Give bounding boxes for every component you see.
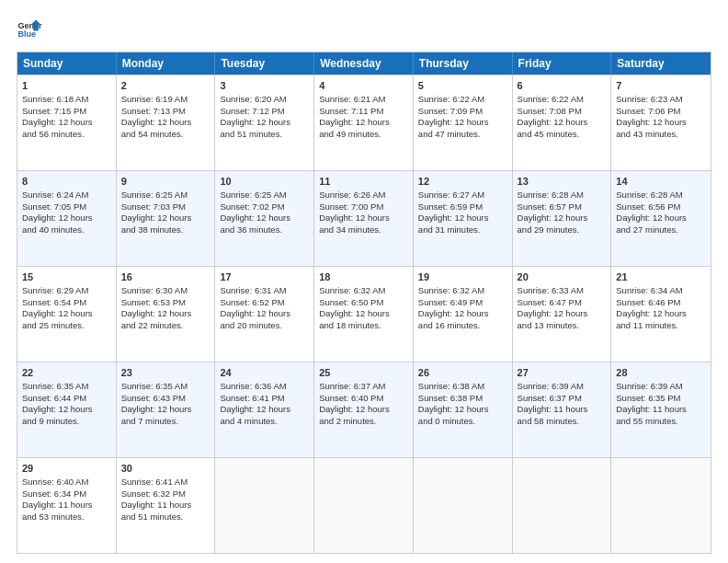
sunrise: Sunrise: 6:33 AM: [518, 285, 584, 295]
sunset: Sunset: 7:09 PM: [418, 106, 483, 116]
sunrise: Sunrise: 6:18 AM: [22, 94, 88, 104]
day-number: 29: [22, 462, 111, 476]
daylight: Daylight: 12 hoursand 4 minutes.: [220, 404, 290, 426]
header-saturday: Saturday: [611, 52, 711, 75]
sunrise: Sunrise: 6:39 AM: [518, 381, 584, 391]
calendar-row: 15Sunrise: 6:29 AMSunset: 6:54 PMDayligh…: [17, 266, 711, 362]
day-number: 27: [518, 366, 607, 380]
daylight: Daylight: 12 hoursand 56 minutes.: [22, 117, 93, 139]
daylight: Daylight: 12 hoursand 22 minutes.: [121, 308, 192, 330]
calendar-cell: 4Sunrise: 6:21 AMSunset: 7:11 PMDaylight…: [314, 75, 414, 170]
sunset: Sunset: 6:49 PM: [418, 297, 483, 307]
day-number: 19: [418, 270, 507, 284]
sunrise: Sunrise: 6:28 AM: [616, 190, 682, 200]
day-number: 20: [518, 270, 607, 284]
svg-text:Blue: Blue: [17, 29, 36, 39]
calendar-cell: 25Sunrise: 6:37 AMSunset: 6:40 PMDayligh…: [314, 362, 414, 457]
daylight: Daylight: 12 hoursand 45 minutes.: [518, 117, 588, 139]
daylight: Daylight: 12 hoursand 38 minutes.: [121, 213, 192, 235]
day-number: 25: [319, 366, 408, 380]
sunset: Sunset: 6:59 PM: [418, 201, 483, 212]
sunrise: Sunrise: 6:28 AM: [518, 190, 584, 200]
daylight: Daylight: 12 hoursand 13 minutes.: [518, 308, 588, 330]
calendar-header: Sunday Monday Tuesday Wednesday Thursday…: [17, 52, 711, 75]
header-monday: Monday: [117, 52, 216, 75]
daylight: Daylight: 12 hoursand 20 minutes.: [220, 308, 290, 330]
calendar-cell: 2Sunrise: 6:19 AMSunset: 7:13 PMDaylight…: [117, 75, 216, 170]
sunrise: Sunrise: 6:40 AM: [22, 477, 88, 487]
calendar-cell: [611, 458, 711, 553]
header-friday: Friday: [513, 52, 612, 75]
sunrise: Sunrise: 6:21 AM: [319, 94, 385, 104]
day-number: 6: [518, 79, 607, 93]
daylight: Daylight: 12 hoursand 7 minutes.: [121, 404, 192, 426]
sunrise: Sunrise: 6:25 AM: [121, 190, 188, 200]
sunset: Sunset: 7:11 PM: [319, 106, 383, 116]
sunset: Sunset: 6:53 PM: [121, 297, 186, 307]
sunset: Sunset: 6:35 PM: [616, 393, 680, 403]
daylight: Daylight: 12 hoursand 49 minutes.: [319, 117, 390, 139]
daylight: Daylight: 11 hoursand 53 minutes.: [22, 500, 93, 522]
sunset: Sunset: 7:15 PM: [22, 106, 86, 116]
sunset: Sunset: 6:37 PM: [518, 393, 582, 403]
day-number: 8: [22, 175, 111, 189]
calendar-cell: 22Sunrise: 6:35 AMSunset: 6:44 PMDayligh…: [17, 362, 117, 457]
calendar-row: 29Sunrise: 6:40 AMSunset: 6:34 PMDayligh…: [17, 457, 711, 553]
calendar-cell: 15Sunrise: 6:29 AMSunset: 6:54 PMDayligh…: [17, 267, 117, 362]
calendar-cell: 13Sunrise: 6:28 AMSunset: 6:57 PMDayligh…: [513, 171, 612, 266]
calendar-row: 22Sunrise: 6:35 AMSunset: 6:44 PMDayligh…: [17, 362, 711, 457]
day-number: 9: [121, 175, 210, 189]
daylight: Daylight: 12 hoursand 27 minutes.: [616, 213, 687, 235]
calendar-cell: 29Sunrise: 6:40 AMSunset: 6:34 PMDayligh…: [17, 458, 117, 553]
daylight: Daylight: 12 hoursand 18 minutes.: [319, 308, 390, 330]
daylight: Daylight: 12 hoursand 16 minutes.: [418, 308, 489, 330]
day-number: 17: [220, 270, 309, 284]
calendar-cell: 21Sunrise: 6:34 AMSunset: 6:46 PMDayligh…: [611, 267, 711, 362]
day-number: 2: [121, 79, 210, 93]
sunset: Sunset: 6:50 PM: [319, 297, 383, 307]
daylight: Daylight: 12 hoursand 43 minutes.: [616, 117, 687, 139]
sunset: Sunset: 6:34 PM: [22, 488, 86, 499]
sunrise: Sunrise: 6:23 AM: [616, 94, 682, 104]
sunset: Sunset: 6:56 PM: [616, 201, 680, 212]
day-number: 13: [518, 175, 607, 189]
day-number: 3: [220, 79, 309, 93]
daylight: Daylight: 11 hoursand 58 minutes.: [518, 404, 588, 426]
header-sunday: Sunday: [17, 52, 117, 75]
sunset: Sunset: 6:46 PM: [616, 297, 680, 307]
day-number: 11: [319, 175, 408, 189]
calendar-cell: 8Sunrise: 6:24 AMSunset: 7:05 PMDaylight…: [17, 171, 117, 266]
calendar-cell: 6Sunrise: 6:22 AMSunset: 7:08 PMDaylight…: [513, 75, 612, 170]
calendar-cell: 27Sunrise: 6:39 AMSunset: 6:37 PMDayligh…: [513, 362, 612, 457]
calendar-cell: 26Sunrise: 6:38 AMSunset: 6:38 PMDayligh…: [414, 362, 513, 457]
calendar-cell: 7Sunrise: 6:23 AMSunset: 7:06 PMDaylight…: [611, 75, 711, 170]
logo: General Blue: [17, 17, 42, 42]
calendar-cell: 5Sunrise: 6:22 AMSunset: 7:09 PMDaylight…: [414, 75, 513, 170]
calendar-cell: 30Sunrise: 6:41 AMSunset: 6:32 PMDayligh…: [117, 458, 216, 553]
calendar-cell: 3Sunrise: 6:20 AMSunset: 7:12 PMDaylight…: [215, 75, 314, 170]
daylight: Daylight: 12 hoursand 40 minutes.: [22, 213, 93, 235]
sunrise: Sunrise: 6:37 AM: [319, 381, 385, 391]
header-thursday: Thursday: [414, 52, 513, 75]
day-number: 16: [121, 270, 210, 284]
sunset: Sunset: 6:40 PM: [319, 393, 383, 403]
sunset: Sunset: 6:41 PM: [220, 393, 284, 403]
daylight: Daylight: 12 hoursand 31 minutes.: [418, 213, 489, 235]
header: General Blue: [17, 17, 711, 42]
sunrise: Sunrise: 6:35 AM: [22, 381, 88, 391]
calendar-row: 1Sunrise: 6:18 AMSunset: 7:15 PMDaylight…: [17, 75, 711, 170]
sunset: Sunset: 6:57 PM: [518, 201, 582, 212]
day-number: 18: [319, 270, 408, 284]
calendar-cell: 20Sunrise: 6:33 AMSunset: 6:47 PMDayligh…: [513, 267, 612, 362]
calendar-cell: [513, 458, 612, 553]
calendar-cell: 9Sunrise: 6:25 AMSunset: 7:03 PMDaylight…: [117, 171, 216, 266]
calendar-body: 1Sunrise: 6:18 AMSunset: 7:15 PMDaylight…: [17, 75, 711, 553]
sunset: Sunset: 7:06 PM: [616, 106, 680, 116]
day-number: 23: [121, 366, 210, 380]
day-number: 28: [616, 366, 706, 380]
calendar-cell: 28Sunrise: 6:39 AMSunset: 6:35 PMDayligh…: [611, 362, 711, 457]
calendar-cell: 23Sunrise: 6:35 AMSunset: 6:43 PMDayligh…: [117, 362, 216, 457]
sunrise: Sunrise: 6:32 AM: [319, 285, 385, 295]
calendar-cell: 17Sunrise: 6:31 AMSunset: 6:52 PMDayligh…: [215, 267, 314, 362]
sunrise: Sunrise: 6:25 AM: [220, 190, 286, 200]
